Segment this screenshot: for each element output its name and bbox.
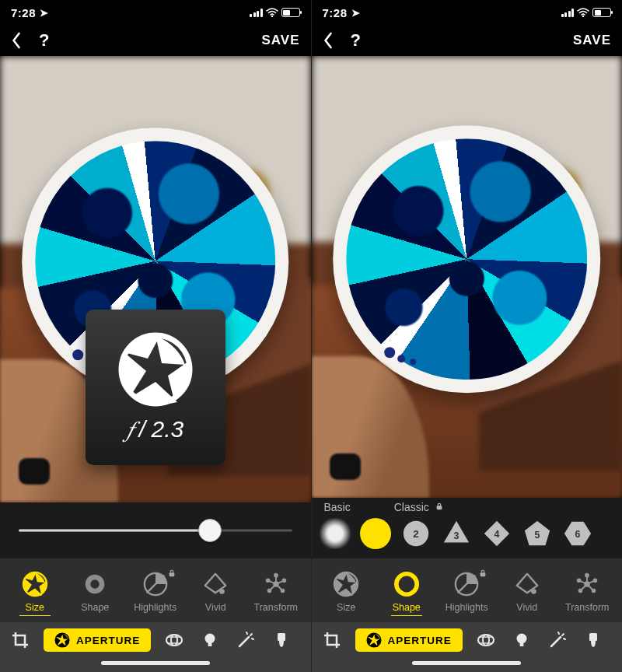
- status-bar: 7:28 ➤: [0, 0, 311, 25]
- aperture-icon: [333, 571, 359, 597]
- tool-label: Vivid: [516, 602, 537, 613]
- status-time: 7:28: [323, 6, 348, 19]
- tool-label: Shape: [393, 602, 421, 613]
- light-button[interactable]: [197, 628, 222, 653]
- tool-label: Size: [26, 602, 44, 613]
- brush-button[interactable]: [269, 628, 294, 653]
- tool-label: Vivid: [205, 602, 226, 613]
- aperture-mode-pill[interactable]: APERTURE: [355, 628, 463, 652]
- tool-label: Shape: [81, 602, 109, 613]
- save-button[interactable]: SAVE: [261, 33, 299, 48]
- wand-button[interactable]: [233, 628, 258, 653]
- status-indicators: [250, 8, 300, 17]
- tool-shape[interactable]: Shape: [67, 571, 123, 613]
- tool-label: Transform: [565, 602, 610, 613]
- tool-vivid[interactable]: Vivid: [187, 571, 243, 613]
- tool-highlights[interactable]: Highlights: [128, 571, 183, 613]
- shape-poly-2[interactable]: 2: [400, 518, 432, 549]
- status-bar: 7:28 ➤: [312, 0, 623, 25]
- slider-fill: [19, 530, 210, 532]
- crop-button[interactable]: [320, 628, 344, 653]
- shape-poly-4[interactable]: 4: [481, 518, 512, 549]
- aperture-mode-pill[interactable]: APERTURE: [44, 628, 151, 652]
- tool-label: Size: [337, 602, 355, 613]
- svg-point-23: [91, 579, 100, 588]
- home-indicator[interactable]: [0, 658, 311, 672]
- wifi-icon: [266, 8, 278, 17]
- aperture-icon: [22, 571, 48, 597]
- lens-button[interactable]: [162, 628, 187, 653]
- shape-soft[interactable]: [320, 518, 351, 549]
- tool-label: Transform: [254, 602, 299, 613]
- bottom-toolbar: APERTURE: [0, 622, 311, 658]
- help-button[interactable]: ?: [351, 30, 361, 51]
- highlights-icon: [142, 571, 169, 597]
- light-button[interactable]: [509, 628, 534, 653]
- transform-icon: [263, 571, 289, 597]
- lock-icon: [479, 569, 487, 579]
- size-slider[interactable]: [19, 518, 292, 543]
- bottom-toolbar: APERTURE: [312, 622, 623, 658]
- crop-button[interactable]: [8, 628, 33, 653]
- lock-icon: [168, 569, 176, 579]
- phone-left: 7:28 ➤ ? SAVE 𝑓: [0, 0, 311, 672]
- control-panel: Size Shape Highlights Vivid: [0, 502, 311, 672]
- top-bar: ? SAVE: [0, 25, 311, 56]
- lock-icon: [435, 502, 443, 510]
- vivid-icon: [202, 571, 229, 597]
- shape-poly-5[interactable]: 5: [522, 518, 553, 549]
- svg-text:4: 4: [494, 529, 499, 540]
- aperture-tools: Size Shape Highlights Vivid: [312, 558, 623, 622]
- battery-icon: [281, 8, 300, 17]
- aperture-value-card: 𝑓 / 2.3: [86, 310, 225, 465]
- shape-circle-selected[interactable]: [360, 518, 391, 549]
- back-button[interactable]: [323, 32, 334, 49]
- save-button[interactable]: SAVE: [573, 33, 611, 48]
- screenshot-stage: 7:28 ➤ ? SAVE 𝑓: [0, 0, 622, 672]
- lens-button[interactable]: [473, 628, 498, 653]
- svg-text:6: 6: [575, 529, 580, 540]
- shape-poly-6[interactable]: 6: [562, 518, 593, 549]
- status-indicators: [561, 8, 612, 17]
- slider-thumb[interactable]: [198, 519, 222, 542]
- aperture-icon: [54, 632, 70, 648]
- aperture-tools: Size Shape Highlights Vivid: [0, 558, 311, 622]
- cellular-icon: [561, 9, 575, 17]
- shape-poly-3[interactable]: 3: [441, 518, 472, 549]
- tool-transform[interactable]: Transform: [248, 571, 304, 613]
- wand-button[interactable]: [545, 628, 570, 653]
- svg-text:5: 5: [534, 530, 540, 541]
- tool-label: Highlights: [446, 602, 488, 613]
- location-icon: ➤: [40, 7, 48, 19]
- tool-highlights[interactable]: Highlights: [439, 571, 494, 613]
- home-indicator[interactable]: [312, 658, 623, 672]
- tool-shape[interactable]: Shape: [379, 571, 435, 613]
- shape-group-basic: Basic: [324, 501, 351, 513]
- control-panel: Basic Classic 2 3 4 5 6: [312, 498, 623, 672]
- help-button[interactable]: ?: [39, 30, 49, 51]
- shape-group-classic: Classic: [394, 501, 443, 513]
- tool-size[interactable]: Size: [7, 571, 63, 613]
- subject-plate: [333, 125, 600, 393]
- aperture-value: 2.3: [152, 416, 184, 442]
- aperture-icon: [117, 331, 194, 408]
- top-bar: ? SAVE: [312, 25, 623, 56]
- tool-vivid[interactable]: Vivid: [499, 571, 555, 613]
- cellular-icon: [250, 9, 263, 17]
- svg-text:3: 3: [453, 530, 459, 541]
- photo-canvas[interactable]: [312, 56, 623, 498]
- tool-transform[interactable]: Transform: [559, 571, 615, 613]
- svg-text:2: 2: [413, 528, 418, 540]
- pill-label: APERTURE: [388, 635, 452, 646]
- tool-size[interactable]: Size: [318, 571, 374, 613]
- back-button[interactable]: [11, 32, 22, 49]
- phone-right: 7:28 ➤ ? SAVE B: [311, 0, 623, 672]
- tool-label: Highlights: [134, 602, 176, 613]
- shape-ring-icon: [393, 571, 420, 597]
- photo-canvas[interactable]: 𝑓 / 2.3: [0, 56, 311, 502]
- brush-button[interactable]: [581, 628, 606, 653]
- status-time: 7:28: [11, 6, 36, 19]
- f-symbol: 𝑓: [127, 416, 133, 442]
- highlights-icon: [453, 571, 480, 597]
- transform-icon: [574, 571, 600, 597]
